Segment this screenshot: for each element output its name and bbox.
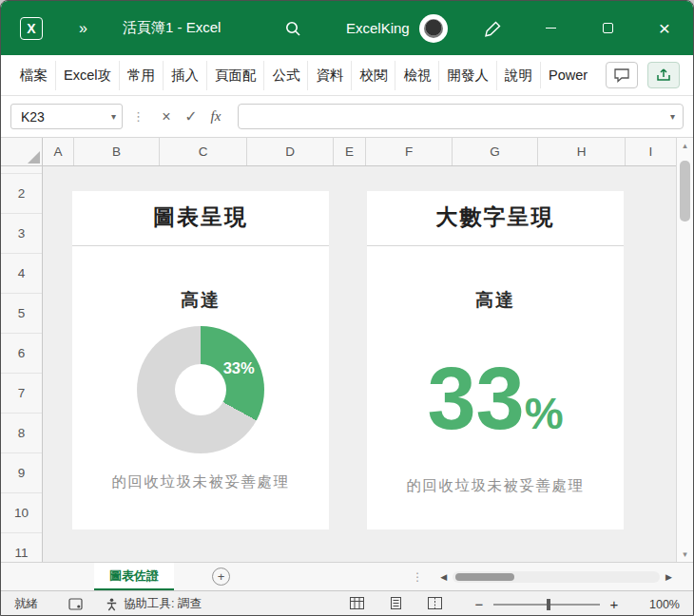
ribbon-tab[interactable]: 檢視 (395, 61, 438, 90)
row-header-partial[interactable] (1, 166, 42, 174)
avatar-image (424, 19, 443, 38)
macro-record-icon[interactable] (68, 598, 83, 610)
column-header[interactable]: I (626, 138, 676, 165)
big-number-unit: % (525, 389, 564, 438)
row-header[interactable]: 10 (1, 493, 42, 533)
scroll-left-icon[interactable]: ◀ (434, 572, 453, 582)
chart-panel-lead: 高達 (72, 288, 329, 313)
infographic-canvas: 圖表呈現 高達 33% 的回收垃圾未被妥善處理 大數字呈現 高達 33% 的回收… (43, 166, 676, 562)
select-all-button[interactable] (1, 138, 43, 165)
ribbon-tab[interactable]: 說明 (496, 61, 540, 90)
vertical-scrollbar[interactable]: ▴ ▾ (676, 138, 693, 562)
ribbon-tab[interactable]: 校閱 (351, 61, 395, 90)
donut-hole (175, 364, 226, 415)
account-name[interactable]: ExcelKing (346, 1, 410, 55)
formula-bar-expand-icon[interactable]: ▾ (670, 111, 675, 122)
scrollbar-resize-handle-icon[interactable]: ⋮ (412, 570, 423, 584)
name-box[interactable]: K23 ▾ (10, 104, 123, 129)
name-box-dropdown-icon[interactable]: ▾ (111, 111, 116, 122)
chart-panel[interactable]: 圖表呈現 高達 33% 的回收垃圾未被妥善處理 (72, 191, 329, 529)
row-header[interactable]: 9 (1, 453, 42, 493)
search-icon[interactable] (284, 1, 301, 55)
ribbon-tab-strip: 檔案 Excel攻 常用 插入 頁面配 公式 資料 校閱 檢視 開發人 說明 P… (1, 55, 693, 96)
page-break-preview-button[interactable] (428, 597, 442, 612)
excel-window: X » 活頁簿1 - Excel ExcelKing × 檔案 Excel攻 常… (0, 0, 694, 616)
column-header[interactable]: F (366, 138, 453, 165)
sheet-tab-active[interactable]: 圖表佐證 (94, 563, 174, 590)
maximize-button[interactable] (579, 1, 636, 55)
ribbon-tab[interactable]: 開發人 (438, 61, 496, 90)
view-shortcuts (350, 597, 442, 612)
row-header[interactable]: 3 (1, 214, 42, 254)
row-header[interactable]: 2 (1, 174, 42, 214)
big-number-panel-lead: 高達 (367, 288, 624, 313)
column-header[interactable]: C (160, 138, 247, 165)
name-box-value: K23 (21, 109, 45, 125)
comments-button[interactable] (606, 62, 638, 88)
maximize-icon (603, 23, 613, 33)
ribbon-tab[interactable]: Excel攻 (55, 61, 119, 90)
excel-app-icon[interactable]: X (20, 1, 43, 55)
ink-tool-icon[interactable] (484, 1, 503, 55)
formula-bar-handle-icon[interactable]: ⋮ (132, 109, 145, 124)
horizontal-scrollbar-track[interactable] (453, 571, 660, 583)
row-header[interactable]: 8 (1, 414, 42, 453)
donut-chart[interactable]: 33% (137, 326, 264, 453)
scroll-up-icon[interactable]: ▴ (677, 138, 693, 153)
donut-slice-label: 33% (223, 359, 255, 377)
worksheet-area: A B C D E F G H I 2 3 4 5 6 7 8 9 10 11 (1, 138, 693, 562)
grid-body: 2 3 4 5 6 7 8 9 10 11 圖表呈現 高達 33% (1, 166, 693, 562)
row-header[interactable]: 6 (1, 334, 42, 374)
big-number-panel-caption: 的回收垃圾未被妥善處理 (367, 476, 624, 496)
column-header[interactable]: D (247, 138, 334, 165)
sheet-tab-bar: 圖表佐證 + ⋮ ◀ ▶ (1, 562, 693, 590)
quick-access-overflow-icon[interactable]: » (79, 1, 87, 55)
excel-logo-letter: X (20, 17, 43, 40)
ribbon-tab[interactable]: 資料 (307, 61, 351, 90)
ribbon-tab[interactable]: 頁面配 (206, 61, 264, 90)
horizontal-scrollbar: ⋮ ◀ ▶ (412, 570, 693, 584)
column-header[interactable]: E (334, 138, 366, 165)
minimize-button[interactable] (522, 1, 579, 55)
close-button[interactable]: × (636, 1, 693, 55)
normal-view-button[interactable] (350, 597, 364, 612)
add-sheet-button[interactable]: + (212, 568, 230, 586)
ribbon-tab[interactable]: 公式 (263, 61, 307, 90)
page-layout-view-button[interactable] (389, 597, 403, 612)
column-header[interactable]: A (43, 138, 74, 165)
ribbon-tab-file[interactable]: 檔案 (12, 61, 55, 90)
accessibility-person-icon (106, 598, 118, 611)
scroll-down-icon[interactable]: ▾ (677, 547, 693, 562)
big-number-panel[interactable]: 大數字呈現 高達 33% 的回收垃圾未被妥善處理 (367, 191, 624, 529)
zoom-out-button[interactable]: − (471, 596, 488, 612)
insert-function-button[interactable]: fx (203, 108, 228, 125)
big-number-panel-title: 大數字呈現 (367, 191, 624, 246)
cancel-entry-button[interactable]: × (154, 108, 179, 125)
account-avatar[interactable] (419, 1, 448, 55)
formula-input[interactable]: ▾ (238, 104, 684, 129)
scroll-right-icon[interactable]: ▶ (660, 572, 678, 582)
big-number-figure: 33% (367, 355, 624, 442)
minimize-icon (546, 28, 556, 29)
share-button[interactable] (647, 62, 680, 88)
zoom-slider[interactable] (493, 599, 600, 610)
ribbon-tab[interactable]: 常用 (119, 61, 163, 90)
vertical-scrollbar-thumb[interactable] (680, 161, 690, 221)
ribbon-tab[interactable]: 插入 (163, 61, 206, 90)
confirm-entry-button[interactable]: ✓ (179, 107, 203, 125)
ribbon-tab[interactable]: Power (540, 62, 595, 88)
row-header[interactable]: 7 (1, 374, 42, 414)
horizontal-scrollbar-thumb[interactable] (455, 573, 514, 581)
comment-bubble-icon (613, 67, 630, 83)
zoom-in-button[interactable]: + (606, 596, 623, 612)
column-header[interactable]: G (453, 138, 538, 165)
accessibility-checker-button[interactable]: 協助工具: 調查 (106, 596, 202, 612)
row-header[interactable]: 4 (1, 254, 42, 294)
status-ready-label: 就緒 (14, 596, 38, 612)
zoom-level-label[interactable]: 100% (630, 598, 680, 611)
column-header[interactable]: H (538, 138, 626, 165)
zoom-slider-thumb[interactable] (547, 599, 550, 610)
row-header[interactable]: 5 (1, 294, 42, 334)
column-header[interactable]: B (74, 138, 160, 165)
row-header[interactable]: 11 (1, 533, 42, 562)
